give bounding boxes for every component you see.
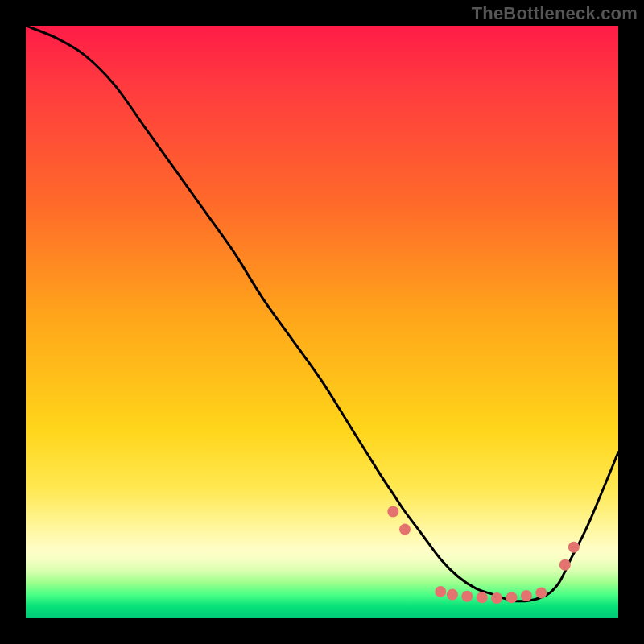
marker-dot bbox=[387, 506, 398, 518]
curve-line bbox=[26, 26, 618, 601]
marker-dot bbox=[461, 591, 473, 602]
chart-frame: TheBottleneck.com bbox=[0, 0, 644, 644]
marker-dot bbox=[477, 592, 488, 603]
plot-area bbox=[26, 26, 618, 618]
marker-dot bbox=[559, 559, 571, 571]
marker-dot bbox=[535, 587, 547, 598]
marker-dot bbox=[447, 589, 458, 601]
marker-dot bbox=[435, 586, 446, 597]
chart-svg bbox=[26, 26, 618, 618]
watermark-label: TheBottleneck.com bbox=[472, 3, 638, 24]
marker-dot bbox=[506, 592, 518, 603]
marker-dot bbox=[491, 592, 502, 604]
marker-dot bbox=[568, 542, 580, 553]
marker-dot bbox=[521, 590, 532, 601]
marker-dot bbox=[399, 524, 411, 535]
curve-markers bbox=[387, 506, 580, 605]
